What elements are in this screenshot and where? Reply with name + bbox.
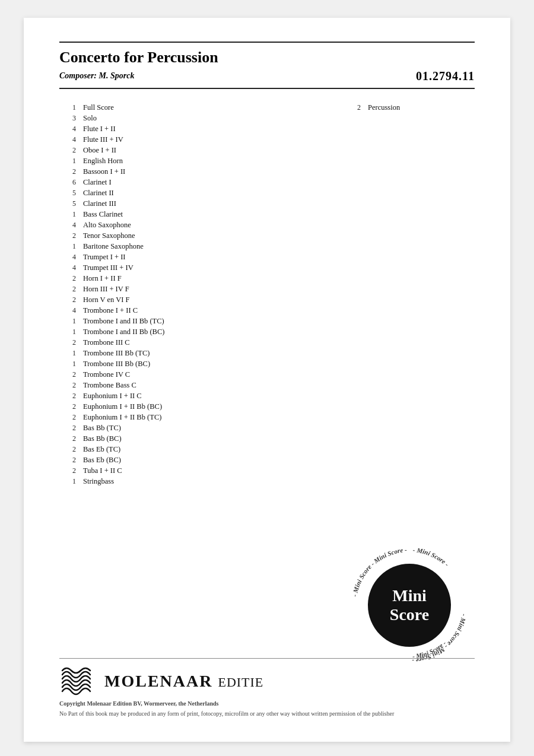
part-name: Bas Eb (BC) <box>83 456 121 465</box>
list-item: 2Trombone Bass C <box>59 381 344 390</box>
part-name: Clarinet III <box>83 199 116 208</box>
part-quantity: 3 <box>59 114 76 123</box>
top-rule <box>59 42 475 43</box>
part-quantity: 1 <box>59 103 76 112</box>
part-quantity: 4 <box>59 135 76 144</box>
part-quantity: 1 <box>59 157 76 166</box>
part-name: English Horn <box>83 157 123 166</box>
part-name: Euphonium I + II Bb (TC) <box>83 413 161 422</box>
part-quantity: 4 <box>59 221 76 230</box>
part-name: Oboe I + II <box>83 146 116 155</box>
list-item: 2Horn I + II F <box>59 274 344 283</box>
list-item: 4Trombone I + II C <box>59 306 344 315</box>
part-quantity: 5 <box>59 199 76 208</box>
list-item: 2Tenor Saxophone <box>59 231 344 240</box>
composer-line: Composer: M. Sporck <box>59 71 218 81</box>
mini-score-circle: MiniScore <box>368 564 451 647</box>
part-quantity: 2 <box>59 146 76 155</box>
part-quantity: 6 <box>59 178 76 187</box>
list-item: 2Horn III + IV F <box>59 285 344 294</box>
part-quantity: 4 <box>59 263 76 272</box>
part-quantity: 4 <box>59 306 76 315</box>
list-item: 1Full Score <box>59 103 344 112</box>
part-quantity: 2 <box>59 424 76 433</box>
list-item: 2Oboe I + II <box>59 146 344 155</box>
list-item: 2Trombone IV C <box>59 370 344 379</box>
part-quantity: 1 <box>59 242 76 251</box>
part-quantity: 1 <box>59 317 76 326</box>
copyright-line: Copyright Molenaar Edition BV, Wormervee… <box>59 700 219 707</box>
part-name: Solo <box>83 114 97 123</box>
part-name: Bas Bb (TC) <box>83 424 121 433</box>
part-name: Trombone Bass C <box>83 381 136 390</box>
part-name: Horn I + II F <box>83 274 122 283</box>
footer-logo-row: MOLENAAR EDITIE <box>59 665 475 697</box>
list-item: 1Trombone III Bb (BC) <box>59 360 344 369</box>
part-name: Clarinet II <box>83 189 114 198</box>
list-item: 6Clarinet I <box>59 178 344 187</box>
list-item: 3Solo <box>59 114 344 123</box>
mini-score-stamp: - Mini Score - Mini Score - - Mini Score… <box>344 540 475 671</box>
part-quantity: 2 <box>59 392 76 401</box>
part-quantity: 2 <box>59 274 76 283</box>
part-quantity: 2 <box>59 296 76 304</box>
part-quantity: 2 <box>59 402 76 411</box>
part-quantity: 2 <box>59 466 76 475</box>
part-quantity: 1 <box>59 210 76 219</box>
part-name: Flute III + IV <box>83 135 123 144</box>
list-item: 2Euphonium I + II Bb (TC) <box>59 413 344 422</box>
part-quantity: 2 <box>344 103 361 112</box>
part-name: Trumpet I + II <box>83 253 126 262</box>
list-item: 1Bass Clarinet <box>59 210 344 219</box>
part-name: Bas Eb (TC) <box>83 445 120 454</box>
part-name: Euphonium I + II C <box>83 392 142 401</box>
parts-left: 1Full Score3Solo4Flute I + II4Flute III … <box>59 103 344 488</box>
mini-score-label: MiniScore <box>390 586 429 624</box>
svg-text:- Mini Score - Mini Score -: - Mini Score - Mini Score - <box>351 546 407 597</box>
header-row: Concerto for Percussion Composer: M. Spo… <box>59 49 475 83</box>
part-name: Percussion <box>368 103 400 112</box>
list-item: 4Alto Saxophone <box>59 221 344 230</box>
part-quantity: 1 <box>59 477 76 486</box>
list-item: 2Euphonium I + II Bb (BC) <box>59 402 344 411</box>
list-item: 2Bas Eb (BC) <box>59 456 344 465</box>
list-item: 1Stringbass <box>59 477 344 486</box>
molenaar-logo-icon <box>59 665 95 697</box>
svg-text:- Mini Score - Mini Score -: - Mini Score - Mini Score - <box>412 614 468 665</box>
part-quantity: 2 <box>59 434 76 443</box>
part-name: Bassoon I + II <box>83 167 125 176</box>
part-name: Clarinet I <box>83 178 112 187</box>
part-quantity: 5 <box>59 189 76 198</box>
part-name: Trombone IV C <box>83 370 130 379</box>
part-quantity: 2 <box>59 456 76 465</box>
logo-text-block: MOLENAAR EDITIE <box>104 672 263 691</box>
part-quantity: 2 <box>59 231 76 240</box>
list-item: 2Bas Bb (BC) <box>59 434 344 443</box>
part-name: Flute I + II <box>83 125 116 134</box>
rights-notice: No Part of this book may be produced in … <box>59 710 475 718</box>
part-quantity: 1 <box>59 360 76 369</box>
part-name: Bas Bb (BC) <box>83 434 122 443</box>
page-title: Concerto for Percussion <box>59 49 218 66</box>
part-name: Full Score <box>83 103 114 112</box>
part-name: Trumpet III + IV <box>83 263 134 272</box>
part-name: Horn III + IV F <box>83 285 129 294</box>
list-item: 2Horn V en VI F <box>59 296 344 304</box>
list-item: 1Trombone III Bb (TC) <box>59 349 344 358</box>
brand-name: MOLENAAR EDITIE <box>104 672 263 691</box>
list-item: 1Trombone I and II Bb (TC) <box>59 317 344 326</box>
catalog-number: 01.2794.11 <box>416 69 475 83</box>
part-quantity: 4 <box>59 125 76 134</box>
part-name: Tenor Saxophone <box>83 231 135 240</box>
page: Concerto for Percussion Composer: M. Spo… <box>24 18 510 742</box>
footer-rule <box>59 658 475 659</box>
part-name: Trombone III Bb (TC) <box>83 349 150 358</box>
part-name: Euphonium I + II Bb (BC) <box>83 402 162 411</box>
part-quantity: 1 <box>59 328 76 336</box>
part-quantity: 1 <box>59 349 76 358</box>
list-item: 4Flute III + IV <box>59 135 344 144</box>
part-quantity: 2 <box>59 338 76 347</box>
list-item: 4Trumpet III + IV <box>59 263 344 272</box>
part-name: Bass Clarinet <box>83 210 123 219</box>
list-item: 2Bassoon I + II <box>59 167 344 176</box>
